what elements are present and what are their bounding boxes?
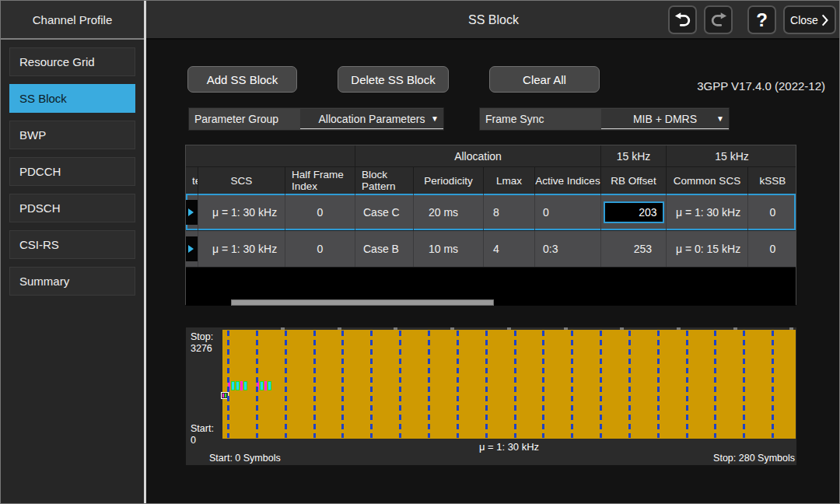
kssb-cell[interactable]: 0 xyxy=(748,231,797,267)
half-frame-index-cell[interactable]: 0 xyxy=(285,194,355,230)
topbar: SS Block ? Close xyxy=(146,1,840,40)
parameter-group-select[interactable]: Allocation Parameters ▼ xyxy=(300,109,443,129)
undo-icon xyxy=(674,12,691,27)
sidebar-item-bwp[interactable]: BWP xyxy=(9,121,135,149)
allocation-chart: Stop: 3276 Start: 0 xyxy=(186,327,796,465)
slot-boundary-line xyxy=(399,331,401,438)
state-dropdown xyxy=(186,236,198,261)
col-header-scs: SCS xyxy=(198,167,285,194)
table-row[interactable]: μ = 1: 30 kHz 0 Case B 10 ms 4 0:3 253 μ… xyxy=(186,230,796,267)
undo-button[interactable] xyxy=(668,5,697,34)
slot-boundary-line xyxy=(313,331,316,438)
block-pattern-cell[interactable]: Case B xyxy=(355,231,414,267)
periodicity-cell[interactable]: 20 ms xyxy=(414,194,484,230)
content: Add SS Block Delete SS Block Clear All 3… xyxy=(146,41,840,504)
slot-boundary-line xyxy=(714,331,716,438)
sidebar-item-resource-grid[interactable]: Resource Grid xyxy=(9,47,135,76)
chart-tick-mark xyxy=(733,327,737,330)
col-header-rb-offset: RB Offset xyxy=(601,167,667,194)
periodicity-cell[interactable]: 10 ms xyxy=(414,231,484,267)
group-header-15khz-common: 15 kHz xyxy=(667,145,797,166)
table-empty-area xyxy=(186,267,796,306)
lmax-cell[interactable]: 4 xyxy=(484,231,535,267)
chart-tick-mark xyxy=(281,327,285,330)
close-label: Close xyxy=(790,14,818,26)
y-axis-start-label: Start: 0 xyxy=(191,423,214,446)
active-indices-cell[interactable]: 0 xyxy=(535,194,601,230)
slot-boundary-line xyxy=(370,331,373,438)
start-value: 0 xyxy=(191,435,214,446)
sidebar-item-pdsch[interactable]: PDSCH xyxy=(9,194,135,222)
col-header-block-pattern: Block Pattern xyxy=(355,167,414,194)
chevron-right-icon xyxy=(821,12,829,28)
col-header-kssb: kSSB xyxy=(748,167,797,194)
rb-offset-cell: 253 xyxy=(601,231,667,267)
frame-sync-select[interactable]: MIB + DMRS ▼ xyxy=(601,109,729,129)
chart-tick-mark xyxy=(338,327,341,330)
col-header-common-scs: Common SCS xyxy=(667,167,748,194)
col-header-active-indices: Active Indices xyxy=(535,167,601,194)
sidebar-nav: Resource Grid SS Block BWP PDCCH PDSCH C… xyxy=(1,40,144,296)
chart-tick-mark xyxy=(677,327,681,330)
parameter-group-label: Parameter Group xyxy=(189,113,278,125)
scs-cell[interactable]: μ = 1: 30 kHz xyxy=(198,231,285,267)
add-ss-block-button[interactable]: Add SS Block xyxy=(187,66,297,93)
rb-offset-input[interactable]: 203 xyxy=(604,201,664,223)
play-triangle-icon xyxy=(188,245,194,253)
numerology-label: μ = 1: 30 kHz xyxy=(222,441,796,453)
chart-tick-mark xyxy=(450,327,454,330)
slot-boundary-line xyxy=(657,331,660,438)
delete-ss-block-button[interactable]: Delete SS Block xyxy=(338,66,449,93)
rb-offset-value[interactable]: 253 xyxy=(601,243,666,255)
rb-offset-cell: 203 xyxy=(601,194,667,230)
close-button[interactable]: Close xyxy=(783,5,836,34)
slot-boundary-line xyxy=(285,331,287,438)
pbch-mini-segment xyxy=(225,394,226,397)
slot-boundary-line xyxy=(227,331,229,438)
common-scs-cell[interactable]: μ = 1: 30 kHz xyxy=(667,194,748,230)
state-cell[interactable] xyxy=(186,231,198,267)
dropdown-arrow-icon: ▼ xyxy=(716,114,724,123)
sidebar-item-ss-block[interactable]: SS Block xyxy=(9,84,135,113)
sidebar-title: Channel Profile xyxy=(1,1,144,40)
slot-boundary-line xyxy=(341,331,344,438)
chart-plot xyxy=(222,330,796,439)
chart-tick-mark xyxy=(620,327,624,330)
chart-tick-mark xyxy=(789,327,793,330)
play-triangle-icon xyxy=(188,208,194,216)
scs-cell[interactable]: μ = 1: 30 kHz xyxy=(198,194,285,230)
slot-boundary-line xyxy=(428,331,430,438)
slot-boundary-line xyxy=(743,331,745,438)
slot-boundary-line xyxy=(686,331,688,438)
col-header-lmax: Lmax xyxy=(484,167,535,194)
half-frame-index-cell[interactable]: 0 xyxy=(285,231,355,267)
group-header-blank xyxy=(186,145,355,166)
parameter-group-panel: Parameter Group Allocation Parameters ▼ xyxy=(188,107,444,131)
active-indices-cell[interactable]: 0:3 xyxy=(535,231,601,267)
common-scs-cell[interactable]: μ = 0: 15 kHz xyxy=(667,231,748,267)
sidebar-item-summary[interactable]: Summary xyxy=(9,267,135,296)
app-window: Channel Profile Resource Grid SS Block B… xyxy=(0,0,840,504)
stop-value: 3276 xyxy=(191,343,213,355)
kssb-cell[interactable]: 0 xyxy=(748,194,797,230)
block-pattern-cell[interactable]: Case C xyxy=(355,194,414,230)
pss-mini-segment xyxy=(222,394,224,397)
slot-boundary-line xyxy=(600,331,602,438)
table-row[interactable]: μ = 1: 30 kHz 0 Case C 20 ms 8 0 203 μ =… xyxy=(186,194,796,230)
horizontal-scrollbar[interactable] xyxy=(231,299,494,306)
help-button[interactable]: ? xyxy=(747,5,776,34)
ss-block-table: Allocation 15 kHz 15 kHz te SCS Half Fra… xyxy=(185,145,796,305)
slot-boundary-line xyxy=(514,331,516,438)
redo-icon xyxy=(710,12,727,27)
frame-sync-panel: Frame Sync MIB + DMRS ▼ xyxy=(479,107,730,131)
topbar-actions: ? Close xyxy=(668,5,836,34)
state-cell[interactable] xyxy=(186,194,198,230)
sidebar-item-csi-rs[interactable]: CSI-RS xyxy=(9,230,135,259)
clear-all-button[interactable]: Clear All xyxy=(489,66,600,93)
lmax-cell[interactable]: 8 xyxy=(484,194,535,230)
slot-boundary-line xyxy=(628,331,631,438)
chart-tick-mark xyxy=(564,327,568,330)
sss-segment xyxy=(240,381,243,390)
sidebar-item-pdcch[interactable]: PDCCH xyxy=(9,157,135,186)
redo-button[interactable] xyxy=(704,5,733,34)
